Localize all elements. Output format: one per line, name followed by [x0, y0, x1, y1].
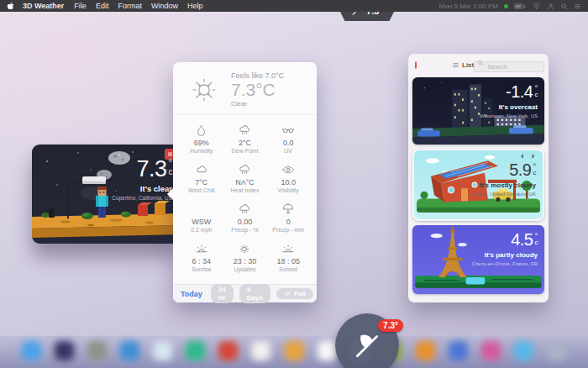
temperature-unit: ° c: [535, 83, 538, 98]
menu-item-edit[interactable]: Edit: [96, 2, 109, 10]
menu-bar: 3D Weather File Edit Format Window Help …: [0, 0, 588, 12]
dock-app-icon[interactable]: [55, 341, 74, 360]
dock-app-icon[interactable]: [449, 341, 468, 360]
temperature-value: 7.3: [136, 158, 166, 181]
cupertino-readout: 7.3 ° c It's clear Cupertino, California…: [112, 158, 172, 201]
menu-item-file[interactable]: File: [74, 2, 87, 10]
rain-cloud-icon: [223, 161, 267, 176]
prev-city-chevron[interactable]: ‹: [521, 152, 523, 160]
city-card-watertown[interactable]: -1.4 ° c It's overcast Watertown, New Yo…: [412, 77, 544, 145]
dock-app-icon[interactable]: [416, 341, 435, 360]
sunset-icon: [266, 240, 310, 255]
metric-dew-point: 2°C Dew Point: [223, 118, 267, 157]
dock-temperature-badge: 7.3°: [378, 319, 403, 332]
location-text: London, United Kingdom, UK: [470, 191, 536, 197]
close-button[interactable]: [415, 61, 417, 69]
status-dot-icon: [504, 4, 508, 8]
metric-label: Heat Index: [223, 187, 267, 193]
metric-heat-index: NA°C Heat Index: [223, 157, 267, 197]
tab-4days[interactable]: 4 Days: [239, 284, 270, 303]
metric-sunset: 18 : 05 Sunset: [266, 236, 310, 276]
dock-app-icon[interactable]: [153, 341, 172, 360]
metric-visibility: 10.0 Visibility: [266, 157, 310, 197]
metric-value: 69%: [180, 139, 223, 147]
city-readout: -1.4 ° c It's overcast Watertown, New Yo…: [480, 83, 538, 119]
metric-label: Wind Chill: [180, 187, 223, 193]
metric-wind-chill: 7°C Wind Chill: [180, 157, 223, 197]
metric-value: 2°C: [223, 139, 267, 147]
condition-text: It's clear: [112, 184, 172, 193]
sun-icon: [223, 240, 267, 255]
metric-label: Precip - %: [223, 227, 267, 233]
list-window-header: List: [408, 54, 549, 76]
metric-label: Humidity: [180, 148, 223, 154]
metric-value: 10.0: [266, 178, 310, 187]
apple-menu-icon[interactable]: [7, 2, 14, 11]
metric-sunrise: 6 : 34 Sunrise: [180, 236, 223, 276]
weather-card-cupertino[interactable]: 7.3 ° c It's clear Cupertino, California…: [32, 145, 181, 244]
temperature-value: 4.5: [511, 231, 533, 248]
next-city-chevron[interactable]: ›: [532, 152, 534, 160]
city-card-paris[interactable]: 4.5 ° c It's partly cloudy Chezy-en-Orxo…: [412, 225, 544, 294]
city-readout: 4.5 ° c It's partly cloudy Chezy-en-Orxo…: [472, 231, 538, 267]
dock-app-icon[interactable]: [481, 341, 501, 360]
dock-app-icon[interactable]: [251, 341, 270, 360]
popover-header: Feels like 7.0°C 7.3°C Clear: [173, 62, 317, 115]
dock-app-icon[interactable]: [22, 341, 41, 360]
dock-app-icon[interactable]: [285, 341, 304, 360]
metric-value: 18 : 05: [266, 257, 310, 265]
menu-item-format[interactable]: Format: [118, 2, 142, 10]
metric-label: Dew Point: [223, 148, 267, 154]
metric-value: 0.00: [223, 218, 267, 226]
dock-app-icon[interactable]: [514, 341, 533, 360]
weather-metrics-grid: 69% Humidity 2°C Dew Point 0.0 UV 7°C Wi…: [173, 115, 317, 276]
wind-direction-blank: [180, 201, 223, 216]
metric-label: Precip - mm: [266, 227, 310, 233]
dock-weather-app-icon[interactable]: 7.3°: [335, 313, 399, 368]
dock-app-icon[interactable]: [186, 341, 205, 360]
metric-wind-direction: WSW 0.2 mph: [180, 197, 223, 236]
temperature-unit: ° c: [535, 231, 538, 246]
current-temperature: 7.3°C: [231, 80, 284, 100]
city-card-london[interactable]: ‹ › 5.9 ° c It's mostly cloudy London, U…: [412, 149, 544, 221]
metric-label: Sunset: [266, 266, 310, 272]
battery-icon[interactable]: [514, 3, 526, 9]
app-menu-title[interactable]: 3D Weather: [23, 2, 64, 10]
tab-24hr[interactable]: 24 Hr: [211, 284, 234, 303]
search-input[interactable]: [474, 61, 544, 72]
tab-full[interactable]: Full: [276, 288, 313, 300]
notification-list-icon[interactable]: [574, 3, 581, 10]
metric-precip-pct: 0.00 Precip - %: [223, 197, 267, 236]
metric-label: Visibility: [266, 187, 310, 193]
spotlight-icon[interactable]: [560, 3, 568, 10]
tab-today[interactable]: Today: [181, 290, 202, 298]
eye-icon: [266, 161, 310, 176]
current-condition: Clear: [231, 100, 284, 108]
condition-text: It's mostly cloudy: [470, 181, 536, 189]
weather-vane-icon: [353, 331, 381, 360]
user-icon[interactable]: [547, 3, 554, 10]
metric-value: 6 : 34: [180, 257, 223, 265]
temperature-unit: ° c: [169, 158, 173, 176]
menu-bar-clock[interactable]: Mon 5 Mar 1:00 PM: [439, 3, 498, 10]
dock-app-icon[interactable]: [318, 341, 337, 360]
metric-value: 0.0: [266, 139, 310, 147]
dock-app-icon[interactable]: [87, 341, 107, 360]
temperature-unit: ° c: [533, 161, 537, 176]
list-view-toggle[interactable]: List: [452, 61, 474, 69]
menu-bar-status-area: Mon 5 Mar 1:00 PM: [439, 2, 581, 10]
dock-app-icon[interactable]: [120, 341, 139, 360]
rain-cloud-icon: [223, 201, 267, 216]
dock-app-icon[interactable]: [547, 341, 566, 360]
wifi-icon[interactable]: [532, 2, 541, 10]
card-nav: ‹ ›: [521, 152, 534, 160]
condition-text: It's overcast: [480, 103, 538, 111]
menu-item-help[interactable]: Help: [187, 2, 203, 10]
metric-value: WSW: [180, 218, 223, 226]
temperature-value: 5.9: [509, 161, 531, 178]
menu-item-window[interactable]: Window: [151, 2, 178, 10]
feels-like-text: Feels like 7.0°C: [231, 71, 284, 80]
weather-detail-popover: Feels like 7.0°C 7.3°C Clear 69% Humidit…: [173, 62, 317, 302]
metric-humidity: 69% Humidity: [180, 118, 223, 157]
dock-app-icon[interactable]: [218, 341, 238, 360]
